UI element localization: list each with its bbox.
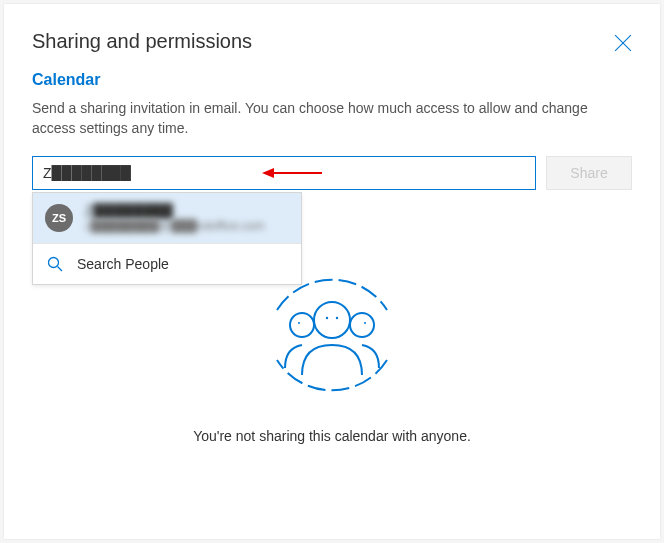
svg-point-9 (326, 317, 328, 319)
search-people-item[interactable]: Search People (33, 244, 301, 284)
dialog-title: Sharing and permissions (32, 30, 252, 53)
dialog-header: Sharing and permissions (32, 30, 632, 53)
people-suggestions-dropdown: ZS Z████████ z████████@███ndoffice.com S… (32, 192, 302, 285)
share-button[interactable]: Share (546, 156, 632, 190)
sharing-permissions-dialog: Sharing and permissions Calendar Send a … (4, 4, 660, 539)
input-row: Share (32, 156, 632, 190)
svg-point-10 (336, 317, 338, 319)
svg-point-11 (298, 322, 300, 324)
search-icon (47, 256, 63, 272)
svg-point-6 (314, 302, 350, 338)
suggestion-text: Z████████ z████████@███ndoffice.com (85, 203, 265, 233)
search-people-label: Search People (77, 256, 169, 272)
section-description: Send a sharing invitation in email. You … (32, 99, 632, 138)
svg-marker-3 (262, 168, 274, 178)
suggestion-email: z████████@███ndoffice.com (85, 219, 265, 233)
suggestion-item[interactable]: ZS Z████████ z████████@███ndoffice.com (33, 193, 301, 244)
svg-point-8 (350, 313, 374, 337)
svg-point-7 (290, 313, 314, 337)
suggestion-name: Z████████ (85, 203, 265, 219)
annotation-arrow-icon (262, 167, 322, 179)
empty-state-message: You're not sharing this calendar with an… (32, 428, 632, 444)
svg-line-5 (58, 267, 63, 272)
avatar: ZS (45, 204, 73, 232)
close-icon[interactable] (614, 34, 632, 52)
section-subtitle: Calendar (32, 71, 632, 89)
svg-point-12 (364, 322, 366, 324)
svg-point-4 (49, 258, 59, 268)
